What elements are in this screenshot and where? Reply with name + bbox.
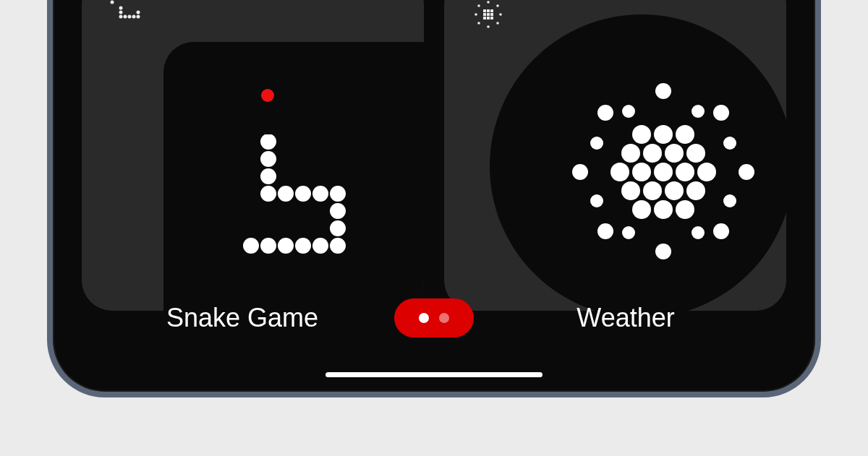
svg-point-55 [643,181,662,200]
page-dot-1[interactable] [439,313,449,323]
svg-point-65 [739,164,754,180]
svg-point-75 [622,226,635,239]
svg-point-59 [654,200,673,219]
labels-row: Snake Game Weather [53,298,815,337]
svg-point-39 [496,4,499,7]
svg-point-19 [330,238,346,254]
svg-point-0 [111,1,114,4]
svg-point-61 [655,83,671,99]
svg-point-23 [260,238,276,254]
svg-point-21 [295,238,311,254]
svg-point-44 [676,125,694,144]
svg-point-56 [665,181,684,200]
svg-rect-31 [483,17,486,20]
svg-point-64 [572,164,588,180]
svg-point-49 [610,163,629,181]
snake-mini-icon [105,0,148,38]
svg-point-34 [487,1,490,4]
svg-point-42 [632,125,651,144]
svg-point-1 [119,7,123,10]
home-indicator[interactable] [326,372,542,377]
svg-point-22 [278,238,294,254]
svg-point-7 [137,15,140,19]
weather-preview [490,14,786,311]
tile-label-right: Weather [474,303,778,333]
svg-point-76 [692,226,705,239]
page-dot-0[interactable] [419,313,429,323]
svg-point-40 [477,22,480,25]
svg-point-13 [278,186,294,202]
phone-frame: Snake Game Weather [47,0,821,397]
svg-point-53 [697,163,716,181]
sun-icon [533,48,765,267]
svg-point-70 [692,105,705,118]
svg-point-69 [622,105,635,118]
svg-point-35 [487,25,490,28]
svg-rect-32 [487,17,490,20]
svg-point-16 [330,186,346,202]
svg-point-68 [655,244,671,259]
svg-rect-26 [487,9,490,12]
svg-point-9 [260,134,276,150]
svg-point-74 [723,194,736,207]
svg-point-2 [119,11,123,14]
svg-point-5 [128,15,132,19]
svg-point-73 [590,194,603,207]
tile-weather[interactable] [444,0,786,311]
svg-point-60 [676,200,694,219]
svg-point-57 [686,181,705,200]
svg-rect-33 [490,17,493,20]
svg-point-71 [590,137,603,150]
sun-mini-icon [467,0,511,38]
svg-point-50 [632,163,651,181]
svg-rect-29 [487,13,490,16]
svg-point-54 [621,181,640,200]
svg-rect-30 [490,13,493,16]
svg-point-41 [496,22,499,25]
svg-point-43 [654,125,673,144]
svg-point-20 [312,238,328,254]
svg-point-37 [499,13,502,16]
svg-point-63 [713,105,729,121]
tile-snake-game[interactable] [82,0,424,311]
svg-point-52 [676,163,694,181]
tile-label-left: Snake Game [90,303,394,333]
svg-point-45 [621,144,640,163]
svg-point-46 [643,144,662,163]
svg-point-10 [260,151,276,167]
svg-point-6 [132,15,136,19]
svg-point-51 [654,163,673,181]
snake-preview [163,42,424,311]
svg-point-24 [243,238,259,254]
svg-point-4 [124,15,127,19]
svg-rect-28 [483,13,486,16]
svg-rect-25 [483,9,486,12]
svg-point-11 [260,168,276,184]
svg-point-72 [723,137,736,150]
snake-food-dot [261,89,274,102]
svg-point-38 [477,4,480,7]
svg-point-18 [330,220,346,236]
svg-point-62 [597,105,613,121]
svg-point-47 [665,144,684,163]
svg-point-8 [137,11,140,14]
snake-body [243,134,424,282]
svg-point-36 [475,13,477,16]
tiles-container [53,0,815,311]
svg-point-58 [632,200,651,219]
svg-point-12 [260,186,276,202]
svg-point-3 [119,15,123,19]
svg-point-67 [713,223,729,239]
svg-point-48 [686,144,705,163]
svg-point-14 [295,186,311,202]
svg-point-17 [330,203,346,219]
svg-rect-27 [490,9,493,12]
svg-point-66 [597,223,613,239]
page-indicator[interactable] [394,298,474,337]
svg-point-15 [312,186,328,202]
